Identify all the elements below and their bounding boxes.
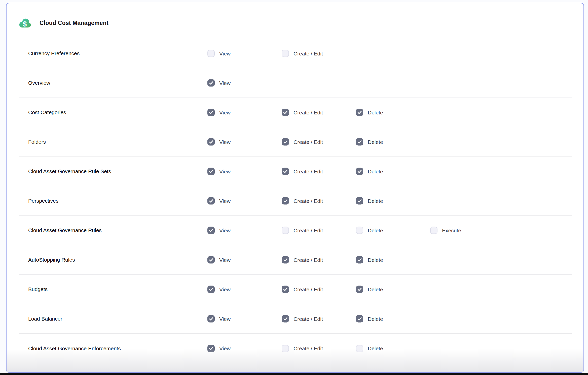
permission-row: Budgets View Create / Edit Delete [19, 275, 572, 304]
svg-text:$: $ [23, 20, 27, 28]
checkmark-icon [357, 287, 362, 292]
checkbox-box[interactable] [282, 109, 289, 116]
checkbox-delete[interactable]: Delete [356, 168, 383, 175]
checkbox-create-edit[interactable]: Create / Edit [282, 197, 323, 205]
row-checks: View [19, 68, 572, 98]
checkbox-create-edit[interactable]: Create / Edit [282, 345, 323, 352]
checkmark-icon [208, 139, 214, 145]
checkbox-label: View [219, 139, 231, 145]
checkbox-create-edit[interactable]: Create / Edit [282, 315, 323, 323]
checkmark-icon [357, 316, 362, 322]
checkbox-label: Delete [368, 198, 383, 204]
checkbox-delete[interactable]: Delete [356, 286, 383, 293]
row-checks: View Create / Edit [19, 39, 572, 68]
checkbox-box[interactable] [207, 168, 215, 175]
checkbox-view[interactable]: View [207, 109, 231, 116]
checkbox-box[interactable] [207, 286, 215, 293]
checkbox-create-edit[interactable]: Create / Edit [282, 286, 323, 293]
checkbox-delete[interactable]: Delete [356, 256, 383, 264]
checkmark-icon [283, 287, 288, 292]
checkbox-execute[interactable]: Execute [430, 227, 461, 234]
checkbox-box[interactable] [356, 168, 363, 175]
checkbox-box[interactable] [356, 197, 363, 205]
checkbox-box[interactable] [356, 345, 363, 352]
checkbox-label: Delete [368, 316, 383, 322]
cloud-dollar-icon: $ [19, 17, 32, 29]
checkbox-box[interactable] [207, 109, 215, 116]
checkbox-view[interactable]: View [207, 315, 231, 323]
checkbox-label: Delete [368, 257, 383, 263]
checkbox-box[interactable] [207, 227, 215, 234]
checkbox-box[interactable] [356, 138, 363, 146]
checkbox-box[interactable] [207, 256, 215, 264]
row-checks: View Create / Edit Delete [19, 275, 572, 304]
checkbox-delete[interactable]: Delete [356, 345, 383, 352]
checkbox-box[interactable] [207, 197, 215, 205]
checkbox-view[interactable]: View [207, 50, 231, 57]
checkmark-icon [208, 346, 214, 351]
checkbox-view[interactable]: View [207, 168, 231, 175]
checkmark-icon [208, 257, 214, 263]
checkmark-icon [283, 198, 288, 204]
checkbox-view[interactable]: View [207, 79, 231, 87]
checkbox-create-edit[interactable]: Create / Edit [282, 256, 323, 264]
checkbox-delete[interactable]: Delete [356, 138, 383, 146]
checkbox-create-edit[interactable]: Create / Edit [282, 138, 323, 146]
checkbox-box[interactable] [356, 286, 363, 293]
checkbox-label: Delete [368, 227, 383, 233]
checkbox-box[interactable] [282, 168, 289, 175]
checkbox-box[interactable] [282, 50, 289, 57]
checkbox-box[interactable] [207, 315, 215, 323]
checkbox-create-edit[interactable]: Create / Edit [282, 50, 323, 57]
checkbox-label: Create / Edit [293, 198, 323, 204]
permission-row: Overview View [19, 68, 572, 98]
checkbox-label: View [219, 168, 231, 174]
checkbox-create-edit[interactable]: Create / Edit [282, 227, 323, 234]
checkbox-label: Create / Edit [293, 139, 323, 145]
checkbox-box[interactable] [356, 315, 363, 323]
checkmark-icon [208, 110, 214, 115]
checkbox-delete[interactable]: Delete [356, 315, 383, 323]
checkbox-box[interactable] [207, 345, 215, 352]
checkbox-box[interactable] [207, 138, 215, 146]
checkbox-box[interactable] [282, 256, 289, 264]
checkbox-delete[interactable]: Delete [356, 197, 383, 205]
checkbox-label: Delete [368, 286, 383, 292]
row-checks: View Create / Edit Delete Execute [19, 216, 572, 245]
checkbox-box[interactable] [207, 79, 215, 87]
checkmark-icon [357, 139, 362, 145]
checkbox-box[interactable] [282, 345, 289, 352]
checkbox-label: Create / Edit [293, 286, 323, 292]
checkmark-icon [283, 257, 288, 263]
checkbox-box[interactable] [282, 138, 289, 146]
permission-row: Load Balancer View Create / Edit Delete [19, 304, 572, 334]
checkbox-box[interactable] [282, 315, 289, 323]
checkbox-box[interactable] [356, 256, 363, 264]
checkbox-view[interactable]: View [207, 138, 231, 146]
checkbox-box[interactable] [207, 50, 215, 57]
permission-row: Cloud Asset Governance Rule Sets View Cr… [19, 157, 572, 186]
checkbox-label: View [219, 109, 231, 115]
checkbox-box[interactable] [282, 227, 289, 234]
permission-row: Cost Categories View Create / Edit Delet… [19, 98, 572, 127]
checkbox-view[interactable]: View [207, 345, 231, 352]
checkmark-icon [208, 198, 214, 204]
screen-bottom-edge [0, 373, 588, 375]
checkbox-box[interactable] [430, 227, 437, 234]
checkbox-view[interactable]: View [207, 197, 231, 205]
checkbox-view[interactable]: View [207, 227, 231, 234]
checkbox-view[interactable]: View [207, 286, 231, 293]
checkbox-delete[interactable]: Delete [356, 109, 383, 116]
checkbox-delete[interactable]: Delete [356, 227, 383, 234]
checkmark-icon [357, 257, 362, 263]
checkbox-view[interactable]: View [207, 256, 231, 264]
permission-row: Currency Preferences View Create / Edit [19, 39, 572, 68]
checkbox-box[interactable] [356, 109, 363, 116]
checkbox-create-edit[interactable]: Create / Edit [282, 168, 323, 175]
checkbox-label: Create / Edit [293, 109, 323, 115]
checkbox-box[interactable] [356, 227, 363, 234]
checkmark-icon [208, 316, 214, 322]
checkbox-box[interactable] [282, 197, 289, 205]
checkbox-create-edit[interactable]: Create / Edit [282, 109, 323, 116]
checkbox-box[interactable] [282, 286, 289, 293]
